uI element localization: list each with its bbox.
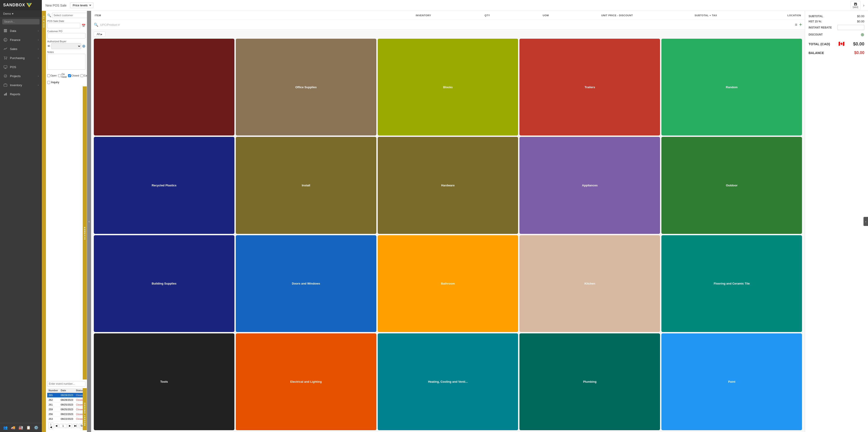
factory-icon[interactable]: 🏭 bbox=[19, 426, 23, 430]
closed-checkbox-label[interactable]: Closed bbox=[68, 74, 79, 77]
category-cat-recycled-plastics[interactable]: Recycled Plastics bbox=[94, 137, 235, 234]
inquiry-checkbox[interactable] bbox=[47, 81, 50, 84]
open-checkbox[interactable] bbox=[47, 74, 50, 77]
pos-date-input[interactable]: 2023-08-28 bbox=[47, 23, 80, 28]
category-cat-appliances[interactable]: Appliances bbox=[520, 137, 660, 234]
customer-po-input[interactable] bbox=[47, 33, 86, 38]
sidebar-item-finance[interactable]: $ Finance › bbox=[0, 35, 42, 44]
instant-rebate-input[interactable] bbox=[837, 25, 864, 30]
authorized-buyer-section: Authorized Buyer 👁 ⊕ bbox=[47, 40, 86, 49]
save-button[interactable]: SAVE bbox=[850, 1, 861, 10]
category-cat-heating[interactable]: Heating, Cooling and Venti... bbox=[378, 334, 518, 430]
order-row-261[interactable]: 261 08/25/2023 Closed $0.00 bbox=[47, 402, 87, 407]
category-cat-kitchen[interactable]: Kitchen bbox=[520, 235, 660, 332]
category-cat-outdoor[interactable]: Outdoor bbox=[661, 137, 802, 234]
sidebar-item-purchasing[interactable]: Purchasing › bbox=[0, 53, 42, 62]
expand-icon[interactable]: › bbox=[863, 3, 864, 7]
category-cat-electrical[interactable]: Electrical and Lighting bbox=[236, 334, 376, 430]
category-cat-install[interactable]: Install bbox=[236, 137, 376, 234]
page-number-input[interactable] bbox=[59, 424, 67, 428]
category-cat-doors-windows[interactable]: Doors and Windows bbox=[236, 235, 376, 332]
closed-checkbox[interactable] bbox=[68, 74, 71, 77]
order-row-265[interactable]: 265 08/28/2023 Closed $0.00 bbox=[47, 393, 87, 398]
total-label: TOTAL (CAD) bbox=[809, 42, 830, 46]
sidebar-item-finance-label: Finance bbox=[10, 38, 20, 41]
status-checkboxes: Open On Hold Closed Cancelled bbox=[47, 73, 86, 78]
sidebar-item-projects[interactable]: Projects › bbox=[0, 71, 42, 81]
order-row-253[interactable]: 253 08/22/2023 Closed $0.00 bbox=[47, 416, 87, 421]
category-grid: Office SuppliesBlocksTrailersRandomRecyc… bbox=[91, 37, 805, 432]
category-cat-flooring[interactable]: Flooring and Ceramic Tile bbox=[661, 235, 802, 332]
sidebar-item-data[interactable]: Data › bbox=[0, 26, 42, 35]
category-cat-plumbing[interactable]: Plumbing bbox=[520, 334, 660, 430]
cancelled-checkbox[interactable] bbox=[81, 74, 84, 77]
first-page-button[interactable]: |◀ bbox=[49, 422, 53, 429]
order-row-256[interactable]: 256 08/22/2023 Closed $0.00 bbox=[47, 412, 87, 416]
sidebar-logo-text: SANDBOX bbox=[3, 3, 25, 7]
open-checkbox-label[interactable]: Open bbox=[47, 74, 57, 77]
sidebar-item-reports-label: Reports bbox=[10, 92, 20, 96]
sidebar-bottom-actions: 👥 🚚 🏭 📋 ⚙️ 🕐 🔒 ⏻ bbox=[0, 423, 42, 432]
category-cat-random[interactable]: Random bbox=[661, 39, 802, 136]
sidebar-search-input[interactable] bbox=[2, 19, 39, 24]
category-cat-hardware[interactable]: Hardware bbox=[378, 137, 518, 234]
inventory-icon bbox=[3, 83, 8, 87]
sidebar-item-projects-label: Projects bbox=[10, 75, 21, 78]
order-number: 265 bbox=[47, 393, 59, 398]
truck-icon[interactable]: 🚚 bbox=[11, 426, 16, 430]
next-page-button[interactable]: ▶ bbox=[68, 424, 72, 428]
category-cat-tools[interactable]: Tools bbox=[94, 334, 235, 430]
panel-collapse-button[interactable]: ‹ bbox=[87, 11, 91, 432]
category-cat-paint[interactable]: Paint bbox=[661, 334, 802, 430]
price-levels-dropdown[interactable]: Price levels bbox=[70, 2, 93, 8]
category-cat-building-supplies[interactable]: Building Supplies bbox=[94, 235, 235, 332]
recent-orders-table: Number Date Status Balance 265 08/28/202… bbox=[47, 388, 87, 421]
all-category-tab[interactable]: All ▶ bbox=[94, 31, 105, 37]
category-cat-office-supplies[interactable]: Office Supplies bbox=[236, 39, 376, 136]
category-cat-trailers[interactable]: Trailers bbox=[520, 39, 660, 136]
sidebar-item-reports[interactable]: Reports bbox=[0, 90, 42, 98]
authorized-buyer-select[interactable] bbox=[51, 43, 81, 49]
calendar-icon[interactable]: 📅 bbox=[82, 24, 86, 27]
order-row-259[interactable]: 259 08/25/2023 Closed $0.00 bbox=[47, 407, 87, 412]
category-cat-bathroom[interactable]: Bathroom bbox=[378, 235, 518, 332]
on-hold-checkbox[interactable] bbox=[58, 74, 61, 77]
sidebar-demo-dropdown[interactable]: Demo ▾ bbox=[0, 10, 42, 17]
order-row-262[interactable]: 262 08/28/2023 Closed $0.00 bbox=[47, 398, 87, 402]
sidebar-item-sales[interactable]: Sales › bbox=[0, 44, 42, 53]
items-search-input[interactable] bbox=[100, 23, 793, 26]
col-subtax-header: SUBTOTAL + TAX bbox=[633, 14, 717, 17]
sidebar-item-purchasing-label: Purchasing bbox=[10, 56, 25, 60]
sidebar-item-pos[interactable]: POS bbox=[0, 62, 42, 71]
cancelled-checkbox-label[interactable]: Cancelled bbox=[81, 74, 87, 77]
customer-search-input[interactable] bbox=[52, 13, 87, 18]
users-icon[interactable]: 👥 bbox=[3, 426, 8, 430]
discount-add-button[interactable]: ⊕ bbox=[861, 32, 864, 37]
summary-expand-button[interactable]: › bbox=[864, 217, 868, 226]
document-icon[interactable]: 📋 bbox=[26, 426, 31, 430]
recent-orders-section: RECENT ORDERS Number Date Status Balance bbox=[47, 388, 86, 430]
sidebar-item-inventory[interactable]: Inventory › bbox=[0, 81, 42, 90]
hst-row: HST 15 %: $0.00 bbox=[809, 20, 864, 23]
category-cat-blocks[interactable]: Blocks bbox=[378, 39, 518, 136]
last-page-button[interactable]: ▶| bbox=[73, 424, 78, 428]
col-item-header: ITEM bbox=[95, 14, 347, 17]
event-number-input[interactable] bbox=[47, 381, 86, 386]
order-number: 253 bbox=[47, 416, 59, 421]
settings-icon[interactable]: ⚙️ bbox=[34, 426, 38, 430]
order-number: 256 bbox=[47, 412, 59, 416]
order-status: Closed bbox=[76, 417, 84, 420]
category-cat-1[interactable] bbox=[94, 39, 235, 136]
add-item-button[interactable]: + bbox=[799, 22, 802, 28]
add-authorized-buyer-button[interactable]: ⊕ bbox=[82, 44, 86, 49]
order-status: Closed bbox=[76, 413, 84, 415]
menu-icon[interactable]: ≡ bbox=[795, 22, 798, 27]
svg-rect-16 bbox=[5, 93, 6, 95]
prev-page-button[interactable]: ◀ bbox=[54, 424, 59, 428]
items-search-bar: 🔍 ≡ + bbox=[91, 20, 805, 30]
svg-rect-15 bbox=[4, 94, 5, 95]
notes-section: Notes bbox=[47, 51, 86, 70]
notes-textarea[interactable] bbox=[47, 54, 86, 70]
on-hold-checkbox-label[interactable]: On Hold bbox=[58, 73, 67, 78]
notes-label: Notes bbox=[47, 51, 86, 53]
